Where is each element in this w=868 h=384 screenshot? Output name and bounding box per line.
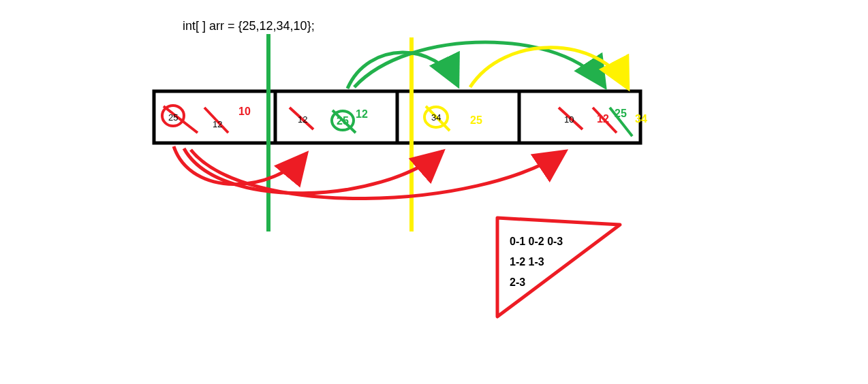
cell0-val-25: 25 — [168, 112, 178, 123]
cell0-red-10: 10 — [238, 106, 251, 118]
cell3-red-12: 12 — [597, 113, 609, 125]
red-arrow-0-2 — [184, 148, 443, 193]
pairs-list: 0-1 0-2 0-3 1-2 1-3 2-3 — [510, 231, 563, 293]
pairs-row-1: 0-1 0-2 0-3 — [510, 231, 563, 252]
pairs-row-3: 2-3 — [510, 272, 563, 293]
yellow-arrow-2-3 — [470, 48, 628, 89]
cell3-yellow-34: 34 — [635, 113, 647, 125]
pairs-row-2: 1-2 1-3 — [510, 252, 563, 272]
cell3-green-25: 25 — [615, 108, 627, 120]
cell1-green-12: 12 — [356, 108, 368, 121]
cell2-yellow-25: 25 — [470, 114, 482, 127]
cell0-val-12: 12 — [213, 119, 222, 129]
drawing-layer — [0, 0, 868, 384]
cell3-val-10: 10 — [564, 114, 574, 125]
cell2-val-34: 34 — [431, 112, 441, 123]
red-arrow-0-3 — [191, 150, 565, 199]
cell1-val-12: 12 — [298, 114, 307, 125]
cell1-green-25: 25 — [337, 115, 349, 127]
